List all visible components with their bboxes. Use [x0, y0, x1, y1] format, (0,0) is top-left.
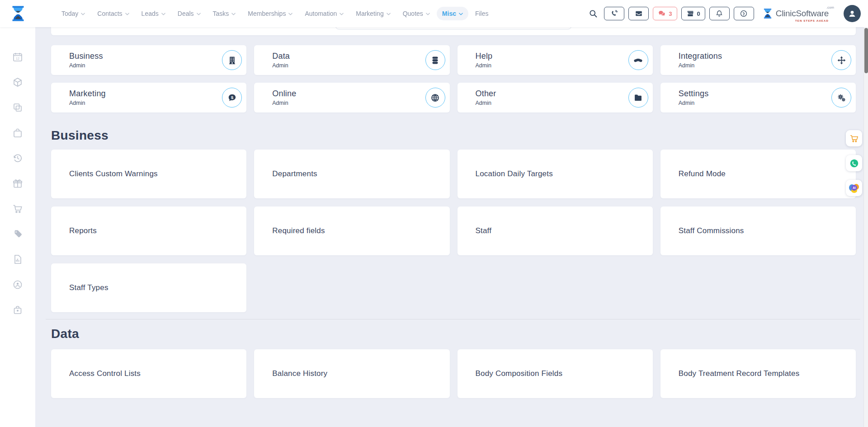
chat-bubbles-icon [658, 9, 666, 18]
shopping-cart-icon[interactable] [12, 203, 23, 214]
clinicsoftware-logo[interactable]: ClinicSoftware .com TEN STEPS AHEAD [762, 7, 835, 20]
calendar-icon[interactable]: 12 [12, 52, 23, 62]
category-card-help[interactable]: HelpAdmin [458, 45, 653, 75]
category-text: HelpAdmin [476, 52, 493, 69]
nav-label: Marketing [356, 10, 383, 17]
store-count-badge: 0 [697, 10, 700, 17]
nav-label: Misc [442, 10, 456, 17]
chevron-down-icon [197, 13, 201, 15]
brand-name: ClinicSoftware [776, 9, 829, 18]
chevron-down-icon [231, 13, 236, 15]
card-required-fields[interactable]: Required fields [254, 206, 449, 255]
category-card-online[interactable]: OnlineAdmin [254, 83, 449, 113]
card-balance-history[interactable]: Balance History [254, 349, 449, 398]
category-text: OtherAdmin [476, 89, 496, 106]
hourglass-icon [762, 7, 774, 20]
nav-item-memberships[interactable]: Memberships [242, 7, 298, 20]
category-card-business[interactable]: BusinessAdmin [51, 45, 246, 75]
nav-label: Contacts [97, 10, 122, 17]
card-label: Clients Custom Warnings [69, 169, 158, 178]
nav-label: Files [475, 10, 489, 17]
package-icon[interactable] [12, 77, 23, 88]
card-body-treatment-record-templates[interactable]: Body Treatment Record Templates [660, 349, 856, 398]
nav-item-today[interactable]: Today [56, 7, 90, 20]
shopping-bag-icon[interactable] [12, 127, 23, 138]
gift-icon[interactable] [12, 178, 23, 189]
scrollbar-track[interactable] [863, 27, 868, 427]
sections: BusinessClients Custom WarningsDepartmen… [51, 128, 856, 398]
nav-item-automation[interactable]: Automation [299, 7, 349, 20]
main-content: BusinessAdminDataAdminHelpAdminIntegrati… [35, 0, 868, 398]
card-label: Refund Mode [679, 169, 726, 178]
section-grid-business: Clients Custom WarningsDepartmentsLocati… [51, 150, 856, 312]
category-card-other[interactable]: OtherAdmin [458, 83, 653, 113]
category-card-integrations[interactable]: IntegrationsAdmin [660, 45, 856, 75]
nav-label: Deals [178, 10, 194, 17]
card-reports[interactable]: Reports [51, 206, 246, 255]
category-text: OnlineAdmin [272, 89, 296, 106]
floating-whatsapp-button[interactable] [846, 155, 862, 171]
card-body-composition-fields[interactable]: Body Composition Fields [458, 349, 653, 398]
card-label: Balance History [272, 369, 327, 378]
card-departments[interactable]: Departments [254, 150, 449, 198]
nav-item-misc[interactable]: Misc [437, 7, 468, 20]
chat-button[interactable]: 3 [653, 7, 677, 20]
notifications-button[interactable] [709, 7, 730, 20]
bell-icon [715, 9, 723, 18]
history-icon[interactable] [12, 153, 23, 164]
svg-text:12: 12 [16, 57, 19, 60]
account-icon[interactable] [12, 279, 23, 290]
card-staff-commissions[interactable]: Staff Commissions [660, 206, 856, 255]
hourglass-icon [9, 4, 27, 23]
inbox-button[interactable] [628, 7, 649, 20]
nav-item-marketing[interactable]: Marketing [350, 7, 396, 20]
category-title: Other [476, 89, 496, 99]
floating-ai-button[interactable]: AI [846, 180, 862, 196]
category-title: Business [69, 52, 103, 61]
search-icon[interactable] [589, 9, 598, 18]
chevron-down-icon [81, 13, 85, 15]
nav-item-contacts[interactable]: Contacts [92, 7, 134, 20]
topbar-actions: 3 0 [589, 5, 861, 22]
store-button[interactable]: 0 [681, 7, 705, 20]
card-access-control-lists[interactable]: Access Control Lists [51, 349, 246, 398]
category-title: Help [476, 52, 493, 61]
copy-icon[interactable] [12, 102, 23, 113]
nav-item-leads[interactable]: Leads [136, 7, 171, 20]
nav-item-files[interactable]: Files [470, 7, 494, 20]
section-grid-data: Access Control ListsBalance HistoryBody … [51, 349, 856, 398]
brand-tld: .com [826, 5, 834, 9]
card-location-daily-targets[interactable]: Location Daily Targets [458, 150, 653, 198]
card-refund-mode[interactable]: Refund Mode [660, 150, 856, 198]
help-button[interactable] [734, 7, 754, 20]
user-avatar[interactable] [844, 5, 861, 22]
chevron-down-icon [340, 13, 344, 15]
nav-label: Tasks [213, 10, 229, 17]
nav-item-quotes[interactable]: Quotes [397, 7, 435, 20]
briefcase-icon[interactable] [12, 305, 23, 315]
card-staff[interactable]: Staff [458, 206, 653, 255]
nav-item-deals[interactable]: Deals [172, 7, 206, 20]
tags-icon[interactable] [12, 229, 23, 239]
card-label: Access Control Lists [69, 369, 141, 378]
category-card-data[interactable]: DataAdmin [254, 45, 449, 75]
card-label: Required fields [272, 226, 325, 235]
category-title: Online [272, 89, 296, 99]
chevron-down-icon [387, 13, 391, 15]
card-clients-custom-warnings[interactable]: Clients Custom Warnings [51, 150, 246, 198]
category-card-marketing[interactable]: MarketingAdmin$ [51, 83, 246, 113]
section-divider [46, 319, 860, 319]
handshake-icon [628, 50, 648, 70]
help-icon [740, 9, 748, 18]
scrollbar-thumb[interactable] [864, 28, 868, 73]
card-staff-types[interactable]: Staff Types [51, 263, 246, 312]
phone-button[interactable] [604, 7, 624, 20]
category-subtitle: Admin [272, 100, 296, 106]
floating-cart-button[interactable] [846, 130, 862, 146]
app-logo[interactable] [9, 3, 28, 24]
nav-item-tasks[interactable]: Tasks [208, 7, 241, 20]
chat-count-badge: 3 [669, 10, 672, 17]
report-icon[interactable] [12, 254, 23, 265]
category-card-settings[interactable]: SettingsAdmin [660, 83, 856, 113]
category-text: SettingsAdmin [679, 89, 709, 106]
